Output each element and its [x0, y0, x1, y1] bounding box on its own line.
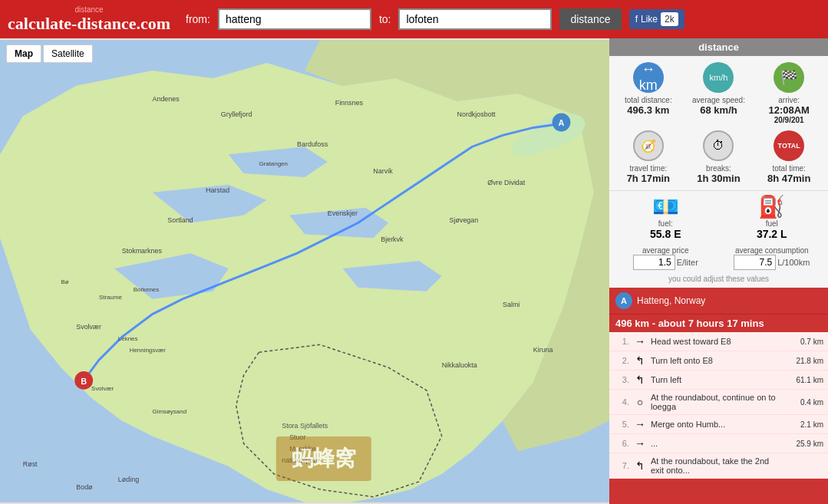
route-header: A Hatteng, Norway — [609, 288, 828, 314]
svg-text:Leknes: Leknes — [118, 335, 138, 342]
step-desc: Turn left — [651, 375, 782, 384]
svg-text:Svolvær: Svolvær — [76, 323, 101, 331]
logo-title: calculate-distance.com — [8, 14, 170, 34]
step-num: 1. — [614, 337, 629, 346]
adjust-note: you could adjust these values — [609, 273, 828, 288]
step-desc: Head west toward E8 — [651, 337, 782, 346]
to-input[interactable] — [398, 8, 552, 30]
step-num: 7. — [614, 461, 629, 470]
fuel-label2: fuel — [766, 219, 778, 228]
total-time-cell: TOTAL total time: 8h 47min — [756, 130, 822, 184]
step-icon: ↰ — [632, 460, 648, 472]
svg-text:Stuor: Stuor — [289, 433, 305, 441]
from-input[interactable] — [218, 8, 371, 30]
svg-text:Andenes: Andenes — [153, 95, 180, 103]
route-step: 2. ↰ Turn left onto E8 21.8 km — [609, 351, 828, 371]
route-step: 3. ↰ Turn left 61.1 km — [609, 371, 828, 390]
svg-text:Bodø: Bodø — [76, 483, 93, 491]
svg-text:Røst: Røst — [23, 460, 38, 468]
breaks-cell: ⏱ breaks: 1h 30min — [686, 130, 752, 184]
total-time-label: total time: — [772, 164, 805, 173]
fuel-value1: 55.8 E — [650, 228, 681, 240]
svg-text:Løding: Løding — [118, 476, 139, 483]
fb-icon: f — [635, 14, 638, 25]
svg-text:Svolvær: Svolvær — [91, 385, 114, 392]
route-step: 4. ○ At the roundabout, continue on to l… — [609, 390, 828, 415]
fuel-liters-cell: ⛽ fuel 37.2 L — [722, 194, 823, 240]
arrive-cell: 🏁 arrive: 12:08AM 20/9/201 — [756, 62, 822, 124]
logo-subtitle: distance — [74, 5, 103, 14]
km-icon: ↔ km — [633, 62, 664, 93]
marker-a: A — [615, 292, 632, 309]
fb-like[interactable]: f Like 2k — [629, 9, 685, 29]
step-desc: Turn left onto E8 — [651, 356, 782, 365]
svg-text:Evenskjer: Evenskjer — [328, 209, 358, 217]
svg-text:Henningsvær: Henningsvær — [130, 347, 167, 354]
svg-text:Muorkke: Muorkke — [289, 445, 315, 453]
travel-time-value: 7h 17min — [627, 173, 670, 184]
svg-text:Øvre Dividat: Øvre Dividat — [487, 179, 526, 186]
step-num: 3. — [614, 375, 629, 384]
distance-button[interactable]: distance — [559, 8, 621, 30]
avg-consumption-cell: average consumption L/100km — [722, 246, 823, 270]
route-steps: 1. → Head west toward E8 0.7 km 2. ↰ Tur… — [609, 332, 828, 479]
step-icon: → — [632, 418, 648, 430]
map-tabs: Map Satellite — [6, 44, 93, 63]
total-distance-label: total distance: — [625, 96, 672, 104]
location-a-name: Hatteng, Norway — [637, 295, 705, 306]
breaks-value: 1h 30min — [697, 173, 740, 184]
arrive-label: arrive: — [778, 96, 800, 104]
step-icon: → — [632, 437, 648, 450]
logo-area: distance calculate-distance.com — [8, 5, 170, 34]
step-num: 4. — [614, 397, 629, 407]
step-icon: ↰ — [632, 374, 648, 386]
avg-price-label: average price — [642, 246, 689, 255]
route-section: A Hatteng, Norway 496 km - about 7 hours… — [609, 288, 828, 504]
compass-icon: 🧭 — [633, 130, 664, 161]
svg-text:Narvik: Narvik — [373, 167, 393, 175]
map-container[interactable]: Map Satellite A — [0, 38, 609, 504]
svg-text:Bardufoss: Bardufoss — [297, 140, 328, 148]
svg-text:Bø: Bø — [61, 278, 68, 285]
step-desc: At the roundabout, continue on to loegga — [651, 393, 782, 411]
travel-time-cell: 🧭 travel time: 7h 17min — [615, 130, 681, 184]
avg-price-cell: average price E/liter — [615, 246, 716, 270]
svg-text:Bjerkvk: Bjerkvk — [381, 236, 404, 243]
euro-icon: 💶 — [652, 194, 679, 219]
route-step: 5. → Merge onto Humb... 2.1 km — [609, 415, 828, 434]
svg-text:Gratangen: Gratangen — [259, 160, 288, 167]
fb-like-label: Like — [641, 14, 658, 25]
fuel-value2: 37.2 L — [757, 228, 787, 240]
avg-consumption-input[interactable] — [734, 255, 776, 270]
svg-text:Harstad: Harstad — [206, 186, 229, 194]
svg-text:nationalpark: nationalpark — [282, 456, 319, 464]
step-desc: ... — [651, 439, 782, 448]
svg-text:A: A — [559, 118, 565, 127]
total-time-value: 8h 47min — [767, 173, 810, 184]
svg-text:Nordkjosbott: Nordkjosbott — [457, 110, 496, 118]
svg-text:Kiruna: Kiruna — [533, 346, 553, 354]
breaks-icon: ⏱ — [703, 130, 734, 161]
avg-price-input-wrap: E/liter — [633, 255, 698, 270]
satellite-tab[interactable]: Satellite — [43, 44, 93, 63]
svg-text:Salmi: Salmi — [503, 301, 520, 308]
route-step: 6. → ... 25.9 km — [609, 434, 828, 453]
step-dist: 21.8 km — [785, 357, 823, 365]
main: Map Satellite A — [0, 38, 828, 504]
svg-text:Gryllefjord: Gryllefjord — [221, 110, 252, 118]
step-num: 2. — [614, 356, 629, 365]
flag-icon: 🏁 — [774, 62, 804, 93]
step-num: 6. — [614, 439, 629, 448]
step-desc: At the roundabout, take the 2nd exit ont… — [651, 456, 782, 475]
avg-price-input[interactable] — [633, 255, 675, 270]
map-tab[interactable]: Map — [6, 44, 41, 63]
arrive-date: 20/9/201 — [774, 116, 804, 124]
header: distance calculate-distance.com from: to… — [0, 0, 828, 38]
fuel-label1: fuel: — [658, 219, 673, 228]
avg-consumption-unit: L/100km — [777, 258, 810, 267]
svg-text:Finnsnes: Finnsnes — [335, 99, 364, 107]
svg-text:Nikkaluokta: Nikkaluokta — [442, 361, 477, 369]
step-dist: 0.7 km — [785, 338, 823, 346]
kmh-icon: km/h — [703, 62, 734, 93]
breaks-label: breaks: — [706, 164, 731, 173]
